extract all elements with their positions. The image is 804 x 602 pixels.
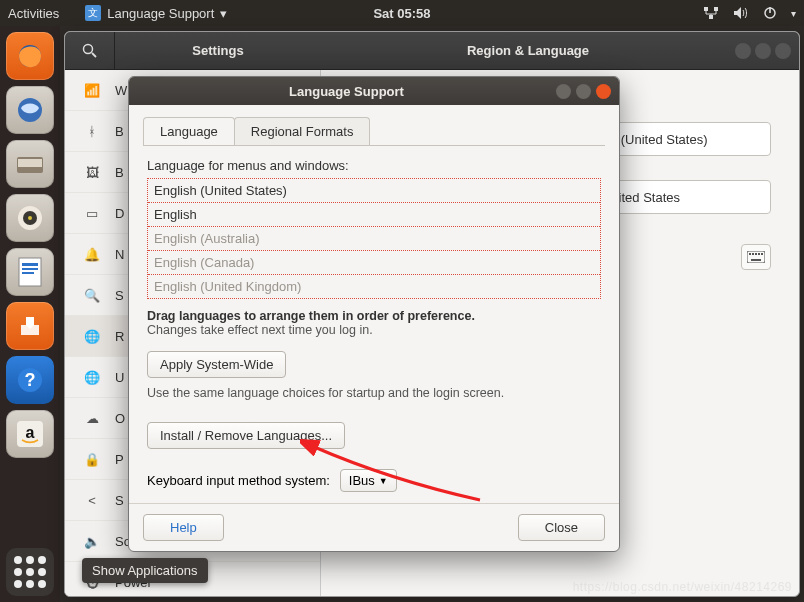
watermark: https://blog.csdn.net/weixin/48214269	[573, 580, 792, 594]
language-support-dialog: Language Support Language Regional Forma…	[128, 76, 620, 552]
svg-rect-28	[761, 253, 763, 255]
dock-firefox[interactable]	[6, 32, 54, 80]
app-menu-label[interactable]: Language Support	[107, 6, 214, 21]
svg-point-21	[84, 45, 93, 54]
sidebar-item-label: W	[115, 83, 127, 98]
sidebar-icon: <	[83, 493, 101, 508]
show-applications-tooltip: Show Applications	[82, 558, 208, 583]
dialog-minimize-button[interactable]	[556, 84, 571, 99]
svg-rect-4	[769, 7, 771, 13]
sidebar-icon: ▭	[83, 206, 101, 221]
activities-button[interactable]: Activities	[8, 6, 59, 21]
svg-rect-0	[704, 7, 708, 11]
svg-rect-23	[747, 251, 765, 263]
sidebar-item-label: D	[115, 206, 124, 221]
install-remove-languages-button[interactable]: Install / Remove Languages...	[147, 422, 345, 449]
language-list[interactable]: English (United States)EnglishEnglish (A…	[147, 178, 601, 299]
settings-panel-title: Region & Language	[321, 43, 735, 58]
dock-help[interactable]: ?	[6, 356, 54, 404]
keyboard-method-value: IBus	[349, 473, 375, 488]
svg-text:a: a	[26, 424, 35, 441]
svg-rect-29	[751, 259, 761, 261]
language-list-label: Language for menus and windows:	[147, 158, 601, 173]
settings-search-button[interactable]	[65, 32, 115, 69]
dropdown-caret-icon: ▾	[220, 6, 227, 21]
dock-software[interactable]	[6, 302, 54, 350]
sidebar-item-label: B	[115, 165, 124, 180]
tab-regional-formats[interactable]: Regional Formats	[234, 117, 371, 145]
sidebar-item-label: O	[115, 411, 125, 426]
sidebar-icon: 🌐	[83, 329, 101, 344]
tab-bar: Language Regional Formats	[129, 105, 619, 145]
dock-files[interactable]	[6, 140, 54, 188]
clock[interactable]: Sat 05:58	[373, 6, 430, 21]
close-button[interactable]	[775, 43, 791, 59]
dock: ? a	[0, 26, 60, 602]
dialog-footer: Help Close	[129, 503, 619, 551]
maximize-button[interactable]	[755, 43, 771, 59]
svg-line-22	[92, 53, 96, 57]
keyboard-method-label: Keyboard input method system:	[147, 473, 330, 488]
svg-rect-14	[22, 268, 38, 270]
sidebar-item-label: P	[115, 452, 124, 467]
settings-titlebar: Settings Region & Language	[65, 32, 799, 70]
svg-rect-27	[758, 253, 760, 255]
footer-close-button[interactable]: Close	[518, 514, 605, 541]
app-indicator-icon[interactable]: 文	[85, 5, 101, 21]
dialog-title: Language Support	[137, 84, 556, 99]
sidebar-icon: 🌐	[83, 370, 101, 385]
dialog-close-button[interactable]	[596, 84, 611, 99]
sidebar-item-label: R	[115, 329, 124, 344]
keyboard-method-select[interactable]: IBus ▼	[340, 469, 397, 492]
power-icon[interactable]	[763, 6, 777, 20]
sidebar-icon: ᚼ	[83, 124, 101, 139]
chevron-down-icon: ▼	[379, 476, 388, 486]
sidebar-icon: 🔔	[83, 247, 101, 262]
sidebar-icon: 🔍	[83, 288, 101, 303]
sidebar-item-label: S	[115, 288, 124, 303]
svg-rect-8	[18, 159, 42, 167]
dock-thunderbird[interactable]	[6, 86, 54, 134]
top-bar: Activities 文 Language Support ▾ Sat 05:5…	[0, 0, 804, 26]
drag-hint-bold: Drag languages to arrange them in order …	[147, 309, 601, 323]
sidebar-icon: ☁	[83, 411, 101, 426]
dock-amazon[interactable]: a	[6, 410, 54, 458]
settings-title: Settings	[115, 43, 321, 58]
language-list-item[interactable]: English (Australia)	[148, 227, 600, 251]
svg-point-11	[28, 216, 32, 220]
svg-rect-25	[752, 253, 754, 255]
svg-rect-15	[22, 272, 34, 274]
dock-rhythmbox[interactable]	[6, 194, 54, 242]
keyboard-icon	[747, 251, 765, 263]
language-list-item[interactable]: English (United States)	[148, 179, 600, 203]
svg-rect-13	[22, 263, 38, 266]
apply-hint: Use the same language choices for startu…	[147, 386, 601, 400]
sidebar-item-label: N	[115, 247, 124, 262]
dialog-titlebar[interactable]: Language Support	[129, 77, 619, 105]
language-list-item[interactable]: English	[148, 203, 600, 227]
language-list-item[interactable]: English (United Kingdom)	[148, 275, 600, 298]
minimize-button[interactable]	[735, 43, 751, 59]
help-button[interactable]: Help	[143, 514, 224, 541]
dialog-maximize-button[interactable]	[576, 84, 591, 99]
system-menu-caret-icon[interactable]: ▾	[791, 8, 796, 19]
sidebar-item-label: U	[115, 370, 124, 385]
apply-system-wide-button[interactable]: Apply System-Wide	[147, 351, 286, 378]
dock-writer[interactable]	[6, 248, 54, 296]
tab-language[interactable]: Language	[143, 117, 235, 145]
sidebar-icon: 🖼	[83, 165, 101, 180]
network-icon[interactable]	[703, 6, 719, 20]
sidebar-item-label: S	[115, 493, 124, 508]
svg-rect-26	[755, 253, 757, 255]
sidebar-icon: 🔈	[83, 534, 101, 549]
svg-rect-1	[714, 7, 718, 11]
show-applications-button[interactable]	[6, 548, 54, 596]
sidebar-icon: 🔒	[83, 452, 101, 467]
language-list-item[interactable]: English (Canada)	[148, 251, 600, 275]
onscreen-keyboard-button[interactable]	[741, 244, 771, 270]
sidebar-item-label: B	[115, 124, 124, 139]
svg-text:?: ?	[25, 370, 36, 390]
svg-rect-24	[749, 253, 751, 255]
volume-icon[interactable]	[733, 6, 749, 20]
drag-hint: Changes take effect next time you log in…	[147, 323, 601, 337]
